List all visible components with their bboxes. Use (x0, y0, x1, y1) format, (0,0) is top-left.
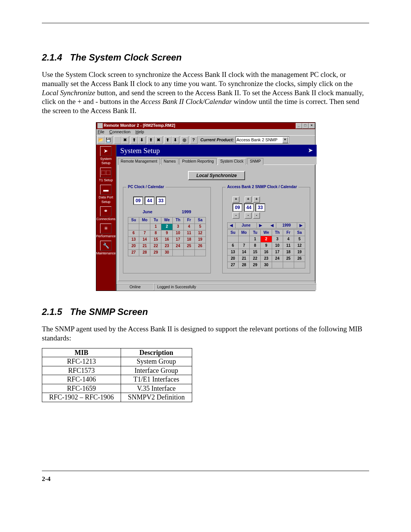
minute-down-button[interactable]: - (245, 212, 252, 219)
calendar-cell[interactable]: 29 (150, 249, 161, 256)
calendar-cell[interactable]: 10 (172, 230, 183, 236)
calendar-cell[interactable]: 23 (261, 256, 272, 262)
tb-btn-8[interactable]: ✖ (155, 136, 162, 144)
calendar-cell[interactable]: 1 (150, 224, 161, 230)
calendar-cell[interactable]: 20 (228, 256, 239, 262)
sidebar-item-maintenance[interactable]: 🔧 Maintenance (96, 239, 116, 256)
calendar-cell[interactable]: 26 (194, 243, 206, 249)
minute-up-button[interactable]: + (245, 197, 252, 203)
calendar-cell[interactable]: 19 (194, 236, 206, 243)
calendar-cell[interactable]: 21 (139, 243, 150, 249)
minimize-button[interactable]: _ (296, 123, 302, 129)
calendar-cell[interactable]: 7 (239, 243, 250, 249)
sidebar-item-system-setup[interactable]: ➤ System Setup (96, 145, 116, 166)
calendar-cell[interactable]: 11 (283, 243, 294, 249)
tb-btn-7[interactable]: ⬆ (147, 136, 155, 144)
tb-download-icon[interactable]: ⬇ (138, 136, 146, 144)
second-up-button[interactable]: + (253, 197, 260, 203)
calendar-cell[interactable]: 3 (172, 224, 183, 230)
calendar-cell[interactable]: 27 (228, 262, 239, 268)
tab-names[interactable]: Names (161, 158, 178, 165)
sidebar-item-performance[interactable]: ≡ Performance (96, 222, 116, 239)
calendar-cell[interactable]: 2 (261, 236, 272, 243)
month-next-button[interactable]: ▶ (256, 223, 264, 228)
calendar-cell[interactable]: 28 (239, 262, 250, 268)
sidebar-item-data-port-setup[interactable]: ▬ Data Port Setup (96, 183, 116, 205)
sidebar-item-connections[interactable]: ⚭ Connections (96, 205, 116, 222)
calendar-cell[interactable]: 16 (161, 236, 172, 243)
calendar-cell[interactable]: 22 (150, 243, 161, 249)
tb-btn-11[interactable]: ◎ (181, 136, 188, 144)
calendar-cell[interactable]: 30 (261, 262, 272, 268)
calendar-cell[interactable]: 12 (294, 243, 305, 249)
calendar-cell[interactable]: 6 (128, 230, 139, 236)
calendar-cell[interactable]: 29 (250, 262, 261, 268)
tb-open-icon[interactable]: 📂 (97, 136, 105, 144)
calendar-cell[interactable]: 30 (161, 249, 172, 256)
calendar-cell[interactable]: 1 (250, 236, 261, 243)
calendar-cell[interactable]: 14 (239, 249, 250, 256)
calendar-cell[interactable]: 24 (172, 243, 183, 249)
tb-btn-3[interactable] (114, 136, 121, 144)
calendar-cell[interactable]: 10 (272, 243, 283, 249)
calendar-cell[interactable]: 25 (183, 243, 194, 249)
calendar-cell[interactable]: 21 (239, 256, 250, 262)
chevron-down-icon[interactable]: ▼ (282, 137, 288, 143)
calendar-cell[interactable]: 8 (150, 230, 161, 236)
calendar-cell[interactable]: 22 (250, 256, 261, 262)
calendar-cell[interactable]: 15 (250, 249, 261, 256)
calendar-cell[interactable]: 4 (283, 236, 294, 243)
calendar-cell[interactable]: 27 (128, 249, 139, 256)
calendar-cell[interactable]: 4 (183, 224, 194, 230)
sidebar-item-t1-setup[interactable]: ⬚⬚ T1 Setup (96, 166, 116, 183)
calendar-cell[interactable]: 28 (139, 249, 150, 256)
current-product-dropdown[interactable]: Access Bank 2 SNMP ▼ (236, 136, 289, 144)
calendar-cell[interactable]: 3 (272, 236, 283, 243)
calendar-cell[interactable]: 17 (172, 236, 183, 243)
calendar-cell[interactable]: 11 (183, 230, 194, 236)
menu-connection[interactable]: Connection (109, 129, 131, 134)
calendar-cell[interactable]: 9 (161, 230, 172, 236)
calendar-cell[interactable]: 17 (272, 249, 283, 256)
calendar-cell[interactable]: 25 (283, 256, 294, 262)
calendar-cell[interactable]: 23 (161, 243, 172, 249)
menu-file[interactable]: File (98, 129, 105, 134)
calendar-cell[interactable]: 18 (283, 249, 294, 256)
calendar-cell[interactable]: 24 (272, 256, 283, 262)
calendar-cell[interactable]: 12 (194, 230, 206, 236)
close-button[interactable]: × (309, 123, 315, 129)
tab-snmp[interactable]: SNMP (247, 158, 264, 165)
tb-btn-9[interactable]: ⬆ (164, 136, 172, 144)
calendar-cell[interactable]: 15 (150, 236, 161, 243)
calendar-cell[interactable]: 18 (183, 236, 194, 243)
calendar-cell[interactable]: 5 (294, 236, 305, 243)
year-next-button[interactable]: ▶ (297, 223, 305, 228)
window-titlebar[interactable]: Remote Monitor 2 - [RM2Temp.RM2] _ □ × (96, 123, 315, 129)
hour-down-button[interactable]: - (233, 212, 239, 219)
year-prev-button[interactable]: ◀ (268, 223, 276, 228)
calendar-cell[interactable]: 19 (294, 249, 305, 256)
tb-save-icon[interactable]: 💾 (105, 136, 112, 144)
tb-upload-icon[interactable]: ⬆ (131, 136, 138, 144)
calendar-cell[interactable]: 20 (128, 243, 139, 249)
calendar-cell[interactable]: 14 (139, 236, 150, 243)
calendar-cell[interactable]: 13 (228, 249, 239, 256)
calendar-cell[interactable]: 6 (228, 243, 239, 249)
calendar-cell[interactable]: 2 (161, 224, 172, 230)
calendar-cell[interactable]: 5 (194, 224, 206, 230)
calendar-cell[interactable]: 26 (294, 256, 305, 262)
second-down-button[interactable]: - (253, 212, 260, 219)
calendar-cell[interactable]: 16 (261, 249, 272, 256)
tb-btn-10[interactable]: ⬇ (172, 136, 179, 144)
tab-system-clock[interactable]: System Clock (218, 158, 246, 165)
tab-remote-management[interactable]: Remote Management (118, 158, 160, 165)
calendar-cell[interactable]: 8 (250, 243, 261, 249)
tb-btn-4[interactable]: ✖ (121, 136, 129, 144)
tb-help-button[interactable]: ? (190, 136, 198, 144)
calendar-cell[interactable]: 13 (128, 236, 139, 243)
tab-problem-reporting[interactable]: Problem Reporting (179, 158, 216, 165)
calendar-cell[interactable]: 7 (139, 230, 150, 236)
hour-up-button[interactable]: + (233, 197, 239, 203)
month-prev-button[interactable]: ◀ (228, 223, 236, 228)
calendar-cell[interactable]: 9 (261, 243, 272, 249)
